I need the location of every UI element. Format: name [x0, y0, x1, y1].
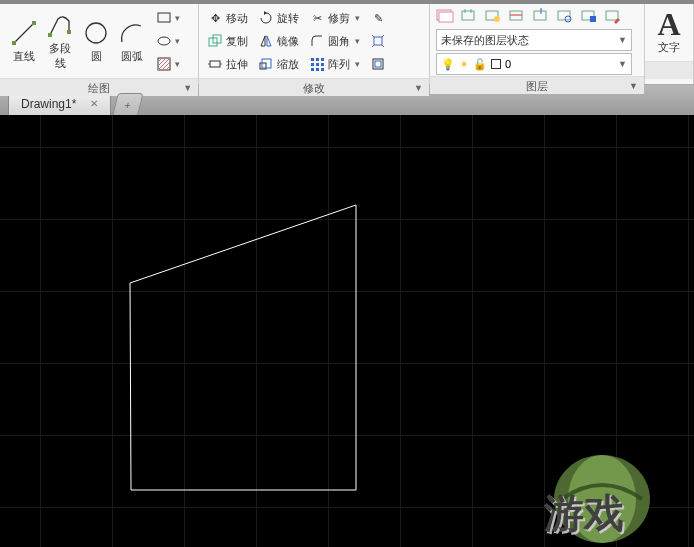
svg-point-31: [494, 16, 500, 22]
svg-rect-1: [12, 41, 16, 45]
rectangle-icon: [156, 10, 172, 26]
panel-modify: ✥移动 复制 拉伸 旋转 镜像 缩放 ✂修剪▾ 圆角▾ 阵列▾ ✎ 修改▼: [199, 4, 430, 84]
svg-rect-18: [311, 63, 314, 66]
pencil-icon: ✎: [370, 10, 386, 26]
svg-rect-34: [558, 11, 570, 20]
canvas-grid: [0, 115, 694, 547]
copy-icon: [207, 33, 223, 49]
array-icon: [309, 56, 325, 72]
svg-rect-17: [321, 58, 324, 61]
tool-modify-ext1[interactable]: ✎: [368, 8, 388, 28]
lock-icon: 🔓: [473, 58, 487, 71]
svg-rect-20: [321, 63, 324, 66]
layer-tool-7[interactable]: [578, 6, 600, 26]
tool-arc[interactable]: 圆弧: [114, 17, 150, 66]
tool-ellipse[interactable]: ▾: [154, 31, 182, 51]
tool-trim[interactable]: ✂修剪▾: [307, 8, 362, 28]
tool-hatch[interactable]: ▾: [154, 54, 182, 74]
chevron-down-icon: ▼: [183, 79, 192, 97]
tool-text[interactable]: A 文字: [651, 8, 687, 57]
svg-rect-6: [158, 13, 170, 22]
fillet-icon: [309, 33, 325, 49]
close-icon[interactable]: ✕: [90, 98, 98, 109]
svg-rect-28: [439, 12, 453, 22]
svg-rect-3: [48, 33, 52, 37]
chevron-down-icon: ▼: [618, 35, 627, 45]
svg-rect-37: [590, 16, 596, 22]
layer-tool-2[interactable]: [458, 6, 480, 26]
layer-tool-3[interactable]: [482, 6, 504, 26]
tool-polyline[interactable]: 多段线: [42, 9, 78, 73]
svg-rect-2: [32, 21, 36, 25]
offset-icon: [370, 56, 386, 72]
drawing-canvas[interactable]: 游戏 游戏: [0, 115, 694, 547]
bulb-icon: 💡: [441, 58, 455, 71]
trim-icon: ✂: [309, 10, 325, 26]
stretch-icon: [207, 56, 223, 72]
tool-modify-ext2[interactable]: [368, 31, 388, 51]
rotate-icon: [258, 10, 274, 26]
layer-properties-button[interactable]: [434, 6, 456, 26]
explode-icon: [370, 33, 386, 49]
svg-rect-33: [534, 11, 546, 20]
text-icon: A: [655, 10, 683, 38]
svg-rect-15: [311, 58, 314, 61]
panel-layer: 未保存的图层状态 ▼ 💡 ☀ 🔓 0 ▼ 图层▼: [430, 4, 645, 84]
tool-copy[interactable]: 复制: [205, 31, 250, 51]
tool-circle[interactable]: 圆: [78, 17, 114, 66]
tool-scale[interactable]: 缩放: [256, 54, 301, 74]
svg-point-5: [86, 23, 106, 43]
chevron-down-icon: ▼: [618, 59, 627, 69]
polyline-icon: [46, 11, 74, 39]
hatch-icon: [156, 56, 172, 72]
tool-stretch[interactable]: 拉伸: [205, 54, 250, 74]
line-icon: [10, 19, 38, 47]
layer-tool-8[interactable]: [602, 6, 624, 26]
svg-rect-24: [374, 37, 382, 45]
circle-icon: [82, 19, 110, 47]
layer-state-dropdown[interactable]: 未保存的图层状态 ▼: [436, 29, 632, 51]
ellipse-icon: [156, 33, 172, 49]
tool-move[interactable]: ✥移动: [205, 8, 250, 28]
tool-mirror[interactable]: 镜像: [256, 31, 301, 51]
tool-fillet[interactable]: 圆角▾: [307, 31, 362, 51]
move-icon: ✥: [207, 10, 223, 26]
new-tab-button[interactable]: +: [113, 93, 144, 115]
tool-rotate[interactable]: 旋转: [256, 8, 301, 28]
svg-rect-21: [311, 68, 314, 71]
tool-array[interactable]: 阵列▾: [307, 54, 362, 74]
svg-rect-4: [67, 30, 71, 34]
panel-text-title[interactable]: [645, 61, 693, 79]
panel-layer-title[interactable]: 图层▼: [430, 76, 644, 94]
tool-modify-ext3[interactable]: [368, 54, 388, 74]
panel-modify-title[interactable]: 修改▼: [199, 78, 429, 96]
plus-icon: +: [124, 99, 133, 111]
svg-rect-29: [462, 11, 474, 20]
layer-tool-6[interactable]: [554, 6, 576, 26]
layer-tool-row: [430, 4, 644, 28]
svg-rect-23: [321, 68, 324, 71]
panel-text: A 文字: [645, 4, 694, 84]
ribbon: 直线 多段线 圆 圆弧 ▾ ▾ ▾ 绘图▼ ✥: [0, 4, 694, 85]
arc-icon: [118, 19, 146, 47]
svg-rect-38: [606, 11, 618, 20]
chevron-down-icon: ▼: [414, 79, 423, 97]
svg-rect-16: [316, 58, 319, 61]
svg-rect-22: [316, 68, 319, 71]
scale-icon: [258, 56, 274, 72]
layer-current-dropdown[interactable]: 💡 ☀ 🔓 0 ▼: [436, 53, 632, 75]
svg-line-0: [14, 23, 34, 43]
panel-draw: 直线 多段线 圆 圆弧 ▾ ▾ ▾ 绘图▼: [0, 4, 199, 84]
layer-tool-5[interactable]: [530, 6, 552, 26]
sun-icon: ☀: [459, 58, 469, 71]
svg-point-7: [158, 37, 170, 45]
svg-rect-26: [375, 61, 381, 67]
svg-rect-11: [210, 61, 220, 67]
tool-rectangle[interactable]: ▾: [154, 8, 182, 28]
tool-line[interactable]: 直线: [6, 17, 42, 66]
layer-tool-4[interactable]: [506, 6, 528, 26]
mirror-icon: [258, 33, 274, 49]
svg-rect-19: [316, 63, 319, 66]
panel-draw-title[interactable]: 绘图▼: [0, 78, 198, 96]
chevron-down-icon: ▼: [629, 77, 638, 95]
